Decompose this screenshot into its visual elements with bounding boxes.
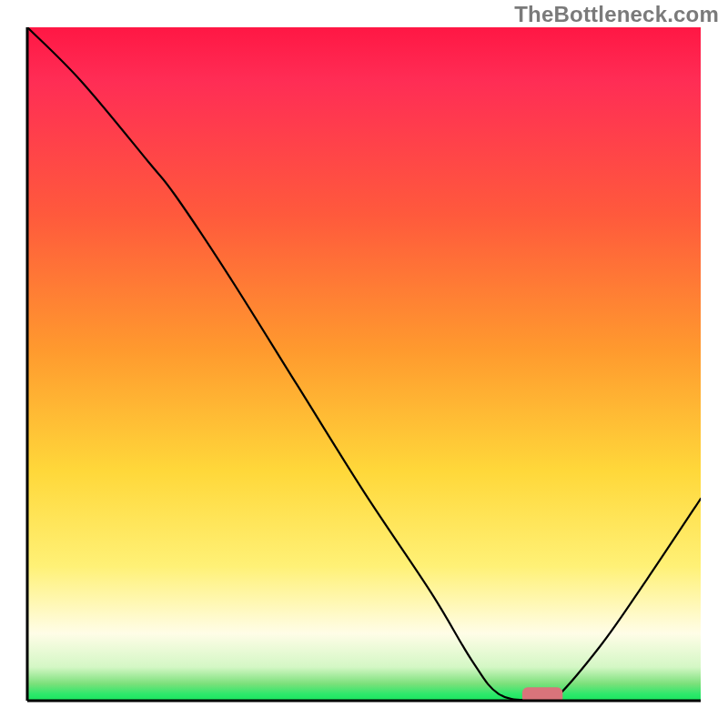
chart-container: TheBottleneck.com — [0, 0, 728, 728]
axes — [0, 0, 728, 728]
